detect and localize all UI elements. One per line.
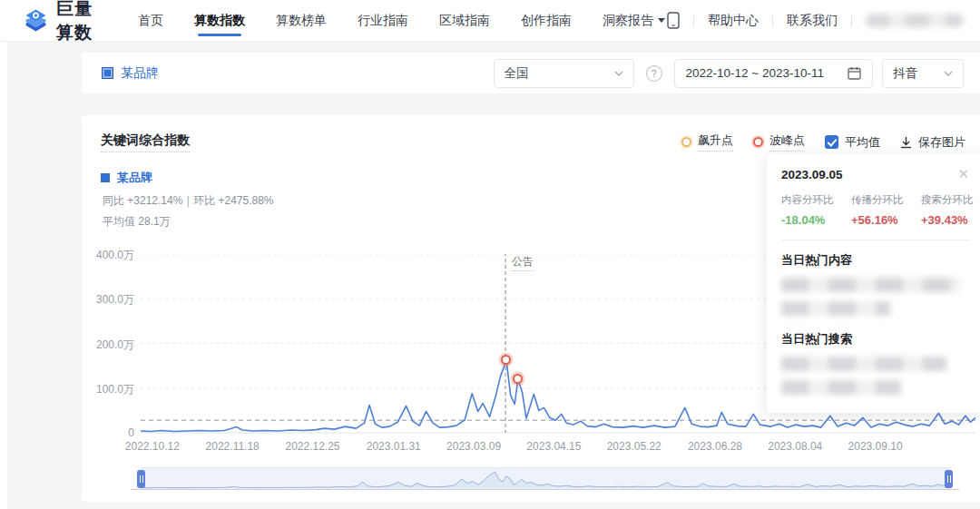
platform-select[interactable]: 抖音 bbox=[882, 59, 964, 88]
keyword-color-chip bbox=[102, 67, 113, 79]
x-axis-tick: 2023.08.04 bbox=[768, 440, 822, 453]
filter-bar: 某品牌 全国 ? 2022-10-12 ~ 2023-10-11 抖音 bbox=[82, 53, 980, 93]
download-icon bbox=[900, 136, 912, 149]
metric-col: 内容分环比-18.04% bbox=[781, 193, 851, 227]
y-axis-tick: 200.0万 bbox=[82, 338, 134, 353]
divider bbox=[772, 15, 773, 27]
divider bbox=[851, 15, 852, 27]
mobile-app-icon[interactable] bbox=[667, 12, 680, 29]
peak-point-icon bbox=[753, 137, 763, 147]
legend-peak-point[interactable]: 波峰点 bbox=[753, 132, 805, 152]
minimap-svg bbox=[142, 468, 948, 489]
chevron-down-icon bbox=[944, 71, 953, 76]
keyword-label: 某品牌 bbox=[121, 65, 159, 82]
platform-value: 抖音 bbox=[893, 65, 917, 82]
x-axis-tick: 2023.03.09 bbox=[446, 440, 501, 453]
nav-items: 首页算数指数算数榜单行业指南区域指南创作指南洞察报告 bbox=[136, 0, 667, 42]
hot-content-title: 当日热门内容 bbox=[781, 252, 969, 269]
nav-item-region-guide[interactable]: 区域指南 bbox=[437, 0, 492, 42]
chevron-down-icon bbox=[614, 71, 623, 76]
minimap-handle-left[interactable] bbox=[137, 470, 145, 488]
brand-logo[interactable]: 巨量算数 bbox=[0, 0, 102, 44]
series-average: 平均值 28.1万 bbox=[101, 214, 274, 230]
series-info: 某品牌 同比 +3212.14%｜环比 +2475.88% 平均值 28.1万 bbox=[101, 170, 274, 230]
nav-item-home[interactable]: 首页 bbox=[136, 0, 165, 42]
nav-item-index[interactable]: 算数指数 bbox=[192, 0, 247, 42]
redacted-item bbox=[781, 380, 901, 395]
help-question-icon[interactable]: ? bbox=[646, 65, 662, 82]
save-image-button[interactable]: 保存图片 bbox=[900, 134, 965, 151]
x-axis-tick: 2022.11.18 bbox=[206, 440, 260, 453]
x-axis-tick: 2022.12.25 bbox=[285, 440, 339, 453]
announcement-label[interactable]: 公告 bbox=[512, 254, 534, 271]
nav-item-insight-reports[interactable]: 洞察报告 bbox=[601, 0, 667, 42]
contact-us-link[interactable]: 联系我们 bbox=[787, 13, 838, 29]
nav-item-creation-guide[interactable]: 创作指南 bbox=[519, 0, 573, 42]
redacted-item bbox=[781, 357, 946, 371]
chart-legend: 飙升点 波峰点 平均值 保存图片 bbox=[681, 132, 965, 152]
close-icon[interactable]: ✕ bbox=[957, 168, 969, 180]
average-checkbox[interactable] bbox=[825, 135, 838, 149]
x-axis-tick: 2023.06.28 bbox=[688, 440, 742, 453]
redacted-item bbox=[781, 301, 890, 316]
nav-right: 帮助中心 联系我们 bbox=[667, 12, 980, 29]
nav-item-industry-guide[interactable]: 行业指南 bbox=[356, 0, 410, 42]
x-axis-tick: 2022.10.12 bbox=[125, 440, 180, 453]
redacted-item bbox=[781, 278, 960, 292]
y-axis-tick: 300.0万 bbox=[82, 292, 134, 308]
help-center-link[interactable]: 帮助中心 bbox=[708, 13, 759, 29]
timeline-minimap[interactable] bbox=[141, 467, 949, 490]
legend-surge-point[interactable]: 飙升点 bbox=[681, 132, 733, 152]
panel-metrics: 内容分环比-18.04%传播分环比+56.16%搜索分环比+39.43% bbox=[781, 193, 969, 227]
calendar-icon bbox=[848, 66, 861, 80]
y-axis-tick: 0 bbox=[82, 426, 134, 439]
brand-logo-icon bbox=[24, 8, 48, 33]
y-axis-tick: 400.0万 bbox=[82, 248, 134, 263]
x-axis-tick: 2023.05.22 bbox=[607, 440, 662, 453]
nav-item-rankings[interactable]: 算数榜单 bbox=[274, 0, 328, 42]
date-range-picker[interactable]: 2022-10-12 ~ 2023-10-11 bbox=[674, 59, 874, 88]
divider bbox=[781, 240, 969, 240]
x-axis-tick: 2023.01.31 bbox=[367, 440, 421, 453]
series-yoy-mom: 同比 +3212.14%｜环比 +2475.88% bbox=[101, 193, 274, 209]
user-account-blurred[interactable] bbox=[866, 14, 964, 27]
region-select[interactable]: 全国 bbox=[494, 59, 634, 88]
panel-date: 2023.09.05 bbox=[781, 168, 843, 181]
caret-down-icon bbox=[658, 18, 665, 23]
metric-col: 搜索分环比+39.43% bbox=[921, 193, 980, 227]
x-axis-tick: 2023.09.10 bbox=[848, 440, 903, 453]
page-left-gutter bbox=[0, 42, 7, 509]
metric-col: 传播分环比+56.16% bbox=[851, 193, 921, 227]
date-range-value: 2022-10-12 ~ 2023-10-11 bbox=[686, 66, 825, 80]
x-axis-tick: 2023.04.15 bbox=[526, 440, 581, 453]
brand-name: 巨量算数 bbox=[56, 0, 102, 44]
series-name: 某品牌 bbox=[117, 170, 152, 186]
surge-point-icon bbox=[681, 137, 691, 147]
minimap-handle-right[interactable] bbox=[945, 470, 953, 488]
hot-search-title: 当日热门搜索 bbox=[781, 331, 969, 347]
y-axis-tick: 100.0万 bbox=[82, 382, 134, 397]
region-value: 全国 bbox=[505, 65, 529, 82]
series-color-chip bbox=[101, 173, 110, 182]
keyword-tag[interactable]: 某品牌 bbox=[102, 65, 159, 82]
legend-average-toggle[interactable]: 平均值 bbox=[825, 134, 880, 151]
top-navbar: 巨量算数 首页算数指数算数榜单行业指南区域指南创作指南洞察报告 帮助中心 联系我… bbox=[0, 0, 980, 42]
chart-title: 关键词综合指数 bbox=[101, 132, 190, 152]
divider bbox=[693, 15, 694, 27]
date-detail-panel: 2023.09.05 ✕ 内容分环比-18.04%传播分环比+56.16%搜索分… bbox=[767, 154, 980, 413]
